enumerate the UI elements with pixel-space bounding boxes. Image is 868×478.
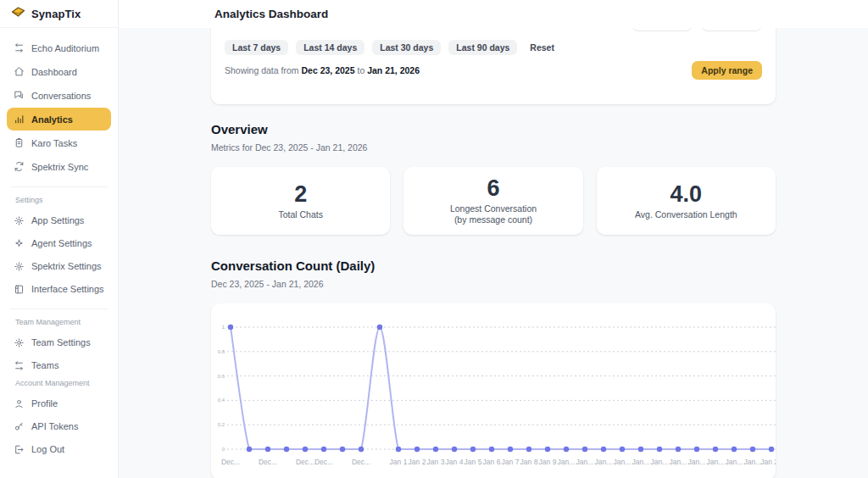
end-date-value: Jan 21, 2026 bbox=[367, 65, 420, 75]
start-date-input[interactable] bbox=[632, 28, 693, 31]
data-point bbox=[228, 325, 233, 330]
sidebar-item-interface-settings[interactable]: Interface Settings bbox=[7, 278, 111, 300]
to-word: to bbox=[357, 65, 364, 75]
y-tick-label: 0.6 bbox=[218, 374, 225, 379]
clipboard-icon bbox=[14, 137, 25, 148]
chart-title: Conversation Count (Daily) bbox=[211, 258, 776, 273]
page-title: Analytics Dashboard bbox=[214, 8, 328, 20]
sidebar-item-karo-tasks[interactable]: Karo Tasks bbox=[7, 131, 111, 154]
chat-icon bbox=[14, 90, 25, 101]
data-point bbox=[452, 447, 457, 452]
x-tick-label: Jan... bbox=[632, 458, 650, 466]
sidebar-item-label: API Tokens bbox=[31, 421, 78, 431]
sidebar-item-label: Interface Settings bbox=[31, 284, 104, 294]
gear-icon bbox=[14, 337, 25, 348]
apply-range-button[interactable]: Apply range bbox=[692, 61, 762, 80]
sidebar-item-app-settings[interactable]: App Settings bbox=[7, 209, 111, 231]
reset-button[interactable]: Reset bbox=[525, 40, 559, 55]
metric-value: 2 bbox=[294, 182, 307, 206]
sidebar-divider bbox=[10, 186, 108, 187]
data-point bbox=[489, 447, 494, 452]
gear-icon bbox=[14, 215, 25, 226]
sidebar-item-spektrix-settings[interactable]: Spektrix Settings bbox=[7, 255, 111, 277]
sidebar-nav: Echo AuditoriumDashboardConversationsAna… bbox=[0, 28, 118, 460]
main-area: Last 7 daysLast 14 daysLast 30 daysLast … bbox=[119, 0, 868, 478]
sidebar-item-profile[interactable]: Profile bbox=[7, 392, 111, 414]
sidebar-item-label: Conversations bbox=[31, 91, 91, 101]
sidebar-item-label: Spektrix Sync bbox=[31, 162, 88, 172]
data-point bbox=[415, 447, 420, 452]
chart-subtitle: Dec 23, 2025 - Jan 21, 2026 bbox=[211, 279, 776, 289]
x-tick-label: Dec... bbox=[314, 458, 333, 466]
sidebar-item-echo-auditorium[interactable]: Echo Auditorium bbox=[7, 36, 111, 59]
sidebar-item-log-out[interactable]: Log Out bbox=[7, 438, 111, 460]
x-tick-label: Jan 21 bbox=[760, 458, 776, 466]
data-point bbox=[564, 447, 569, 452]
metric-value: 6 bbox=[487, 176, 499, 200]
x-tick-label: Jan... bbox=[651, 458, 669, 466]
layout-icon bbox=[14, 284, 25, 295]
data-point bbox=[396, 447, 401, 452]
sidebar-item-spektrix-sync[interactable]: Spektrix Sync bbox=[7, 155, 111, 178]
x-tick-label: Jan 8 bbox=[520, 458, 538, 466]
section-label-settings: Settings bbox=[7, 194, 111, 209]
sidebar-item-label: Dashboard bbox=[31, 67, 77, 77]
x-tick-label: Jan 2 bbox=[409, 458, 426, 466]
data-point bbox=[526, 447, 531, 452]
x-tick-label: Jan... bbox=[744, 458, 762, 466]
sidebar-item-teams[interactable]: Teams bbox=[7, 354, 111, 376]
x-tick-label: Dec... bbox=[221, 458, 240, 466]
nav-group: Echo AuditoriumDashboardConversationsAna… bbox=[7, 36, 111, 178]
x-tick-label: Jan... bbox=[558, 458, 576, 466]
sidebar-item-dashboard[interactable]: Dashboard bbox=[7, 60, 111, 83]
sidebar-item-label: Spektrix Settings bbox=[31, 261, 102, 271]
x-tick-label: Jan... bbox=[688, 458, 706, 466]
metric-row: 2Total Chats6Longest Conversation(by mes… bbox=[211, 167, 776, 235]
x-tick-label: Jan 5 bbox=[465, 458, 482, 466]
nav-group: Team SettingsTeams bbox=[7, 331, 111, 376]
quick-range-last-14-days[interactable]: Last 14 days bbox=[296, 40, 364, 55]
sidebar-item-label: Log Out bbox=[31, 444, 64, 454]
data-point bbox=[620, 447, 625, 452]
data-point bbox=[694, 447, 699, 452]
filter-bottom-row: Showing data from Dec 23, 2025 to Jan 21… bbox=[225, 61, 762, 80]
sidebar-item-api-tokens[interactable]: API Tokens bbox=[7, 415, 111, 437]
x-tick-label: Jan... bbox=[670, 458, 687, 466]
quick-range-last-90-days[interactable]: Last 90 days bbox=[448, 40, 517, 55]
metric-card-avg-conversation-length: 4.0Avg. Conversation Length bbox=[597, 167, 776, 235]
data-point bbox=[247, 447, 252, 452]
nav-group: App SettingsAgent SettingsSpektrix Setti… bbox=[7, 209, 111, 300]
data-point bbox=[732, 447, 737, 452]
data-point bbox=[265, 447, 270, 452]
data-point bbox=[545, 447, 550, 452]
metric-label: Avg. Conversation Length bbox=[635, 209, 737, 220]
sidebar-item-conversations[interactable]: Conversations bbox=[7, 84, 111, 107]
main-scroll-area[interactable]: Last 7 daysLast 14 daysLast 30 daysLast … bbox=[119, 28, 868, 478]
logout-icon bbox=[14, 444, 25, 455]
home-icon bbox=[14, 66, 25, 77]
sidebar-item-analytics[interactable]: Analytics bbox=[7, 108, 111, 131]
x-tick-label: Dec... bbox=[352, 458, 370, 466]
data-point bbox=[713, 447, 718, 452]
sidebar-item-agent-settings[interactable]: Agent Settings bbox=[7, 232, 111, 254]
end-date-input[interactable] bbox=[701, 28, 762, 31]
sidebar-item-label: Echo Auditorium bbox=[31, 43, 99, 53]
data-point bbox=[433, 447, 438, 452]
data-point bbox=[582, 447, 587, 452]
x-tick-label: Jan... bbox=[707, 458, 725, 466]
sidebar-item-label: App Settings bbox=[31, 215, 84, 225]
metric-card-total-chats: 2Total Chats bbox=[211, 167, 390, 235]
x-tick-label: Jan... bbox=[614, 458, 632, 466]
sidebar-item-label: Agent Settings bbox=[31, 238, 92, 248]
user-icon bbox=[14, 398, 25, 409]
data-point bbox=[321, 447, 326, 452]
swap-icon bbox=[14, 360, 25, 371]
sidebar-item-team-settings[interactable]: Team Settings bbox=[7, 331, 111, 353]
y-tick-label: 0.4 bbox=[218, 397, 225, 403]
section-label-account-management: Account Management bbox=[7, 377, 111, 392]
quick-range-last-30-days[interactable]: Last 30 days bbox=[372, 40, 441, 55]
quick-range-last-7-days[interactable]: Last 7 days bbox=[225, 40, 288, 55]
x-tick-label: Jan... bbox=[726, 458, 743, 466]
sidebar-item-label: Karo Tasks bbox=[31, 138, 77, 148]
x-tick-label: Jan 7 bbox=[502, 458, 520, 466]
